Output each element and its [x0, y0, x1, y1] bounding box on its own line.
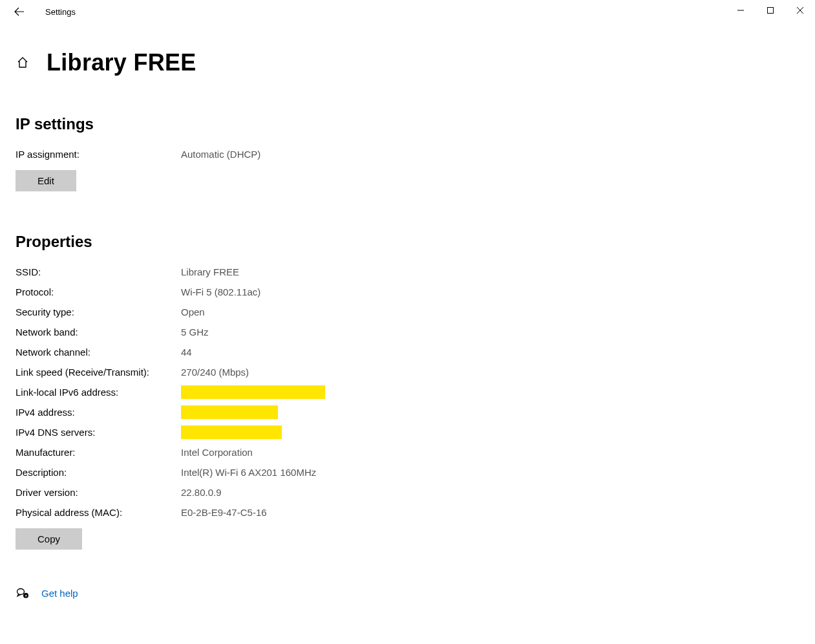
property-label: Manufacturer:: [16, 445, 181, 459]
close-button[interactable]: [785, 0, 815, 21]
property-row: Security type:Open: [16, 305, 799, 319]
property-label: Driver version:: [16, 486, 181, 499]
close-icon: [797, 7, 803, 14]
redacted-value: [181, 405, 278, 419]
property-label: Physical address (MAC):: [16, 506, 181, 519]
property-label: Network band:: [16, 325, 181, 339]
property-row: Network channel:44: [16, 345, 799, 359]
properties-header: Properties: [16, 233, 799, 251]
home-button[interactable]: [16, 56, 30, 70]
property-label: Security type:: [16, 305, 181, 319]
property-row: Description:Intel(R) Wi-Fi 6 AX201 160MH…: [16, 466, 799, 479]
maximize-button[interactable]: [756, 0, 785, 21]
property-value: 270/240 (Mbps): [181, 365, 249, 379]
property-row: Link-local IPv6 address:: [16, 385, 799, 399]
svg-point-1: [17, 589, 25, 595]
property-row: SSID:Library FREE: [16, 265, 799, 279]
property-value: 44: [181, 345, 192, 359]
redacted-value: [181, 385, 325, 399]
svg-text:?: ?: [25, 594, 27, 598]
property-label: Link speed (Receive/Transmit):: [16, 365, 181, 379]
property-row: Driver version:22.80.0.9: [16, 486, 799, 499]
property-value: E0-2B-E9-47-C5-16: [181, 506, 267, 519]
help-icon: ?: [16, 586, 30, 600]
page-title: Library FREE: [47, 49, 196, 76]
property-value: Wi-Fi 5 (802.11ac): [181, 285, 260, 299]
property-row: Link speed (Receive/Transmit):270/240 (M…: [16, 365, 799, 379]
property-value: 22.80.0.9: [181, 486, 222, 499]
ip-assignment-label: IP assignment:: [16, 147, 181, 161]
property-label: Description:: [16, 466, 181, 479]
property-label: IPv4 DNS servers:: [16, 425, 181, 439]
property-value: 5 GHz: [181, 325, 209, 339]
property-label: Link-local IPv6 address:: [16, 385, 181, 399]
property-label: Network channel:: [16, 345, 181, 359]
edit-button[interactable]: Edit: [16, 170, 76, 191]
property-value: Open: [181, 305, 205, 319]
property-label: IPv4 address:: [16, 405, 181, 419]
ip-assignment-value: Automatic (DHCP): [181, 147, 260, 161]
back-button[interactable]: [9, 1, 30, 22]
property-row: Protocol:Wi-Fi 5 (802.11ac): [16, 285, 799, 299]
copy-button[interactable]: Copy: [16, 528, 82, 550]
minimize-icon: [737, 7, 744, 14]
property-row: Network band:5 GHz: [16, 325, 799, 339]
home-icon: [16, 56, 29, 69]
redacted-value: [181, 425, 282, 439]
window-title: Settings: [45, 7, 76, 17]
svg-rect-0: [768, 8, 774, 14]
property-row: Manufacturer:Intel Corporation: [16, 445, 799, 459]
property-row: IPv4 DNS servers:: [16, 425, 799, 439]
property-label: SSID:: [16, 265, 181, 279]
maximize-icon: [767, 7, 774, 14]
property-value: Intel(R) Wi-Fi 6 AX201 160MHz: [181, 466, 316, 479]
property-row: Physical address (MAC):E0-2B-E9-47-C5-16: [16, 506, 799, 519]
property-label: Protocol:: [16, 285, 181, 299]
property-value: Intel Corporation: [181, 445, 253, 459]
minimize-button[interactable]: [726, 0, 756, 21]
get-help-link[interactable]: Get help: [41, 588, 78, 599]
back-arrow-icon: [14, 6, 25, 17]
property-row: IPv4 address:: [16, 405, 799, 419]
ip-settings-header: IP settings: [16, 115, 799, 133]
property-value: Library FREE: [181, 265, 239, 279]
